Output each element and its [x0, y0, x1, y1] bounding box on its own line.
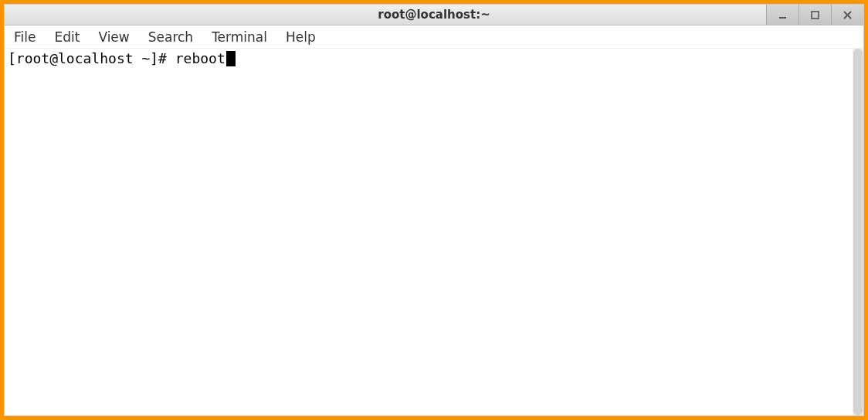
svg-rect-0	[779, 17, 786, 19]
close-icon	[843, 8, 852, 22]
menu-search[interactable]: Search	[148, 29, 193, 45]
menubar: File Edit View Search Terminal Help	[5, 25, 863, 49]
terminal-window: root@localhost:~ File Edit View Search	[4, 4, 864, 416]
window-controls	[766, 5, 863, 25]
terminal-command: reboot	[175, 50, 225, 67]
menu-edit[interactable]: Edit	[54, 29, 80, 45]
minimize-icon	[778, 8, 787, 22]
svg-rect-1	[812, 12, 819, 19]
cursor-block	[226, 51, 236, 66]
close-button[interactable]	[831, 5, 863, 25]
terminal-line: [root@localhost ~]# reboot	[8, 50, 860, 67]
menu-file[interactable]: File	[14, 29, 36, 45]
window-title: root@localhost:~	[378, 8, 490, 22]
menu-terminal[interactable]: Terminal	[212, 29, 267, 45]
maximize-button[interactable]	[798, 5, 831, 25]
terminal-area[interactable]: [root@localhost ~]# reboot	[5, 49, 863, 415]
terminal-prompt: [root@localhost ~]#	[8, 50, 175, 67]
menu-view[interactable]: View	[98, 29, 129, 45]
scrollbar-track[interactable]	[853, 49, 863, 415]
maximize-icon	[811, 8, 819, 22]
scrollbar-thumb[interactable]	[853, 49, 863, 415]
menu-help[interactable]: Help	[286, 29, 316, 45]
minimize-button[interactable]	[766, 5, 798, 25]
titlebar: root@localhost:~	[5, 5, 863, 25]
